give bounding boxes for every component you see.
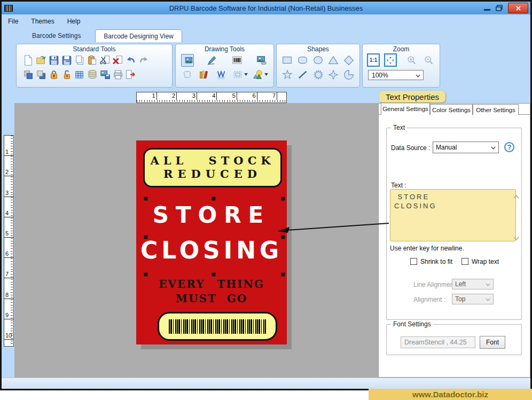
line-alignment-select: Left — [452, 279, 494, 289]
image-object-tool-icon[interactable] — [256, 54, 268, 66]
save-as-icon[interactable] — [61, 54, 73, 66]
bring-to-front-icon[interactable] — [22, 69, 34, 81]
design-subline-mustgo[interactable]: MUST GO — [136, 292, 287, 305]
selection-handle-top-middle[interactable] — [212, 197, 216, 201]
selection-handle-bottom-right[interactable] — [281, 273, 285, 277]
freeform-tool-icon[interactable] — [182, 69, 193, 81]
fit-to-window-icon[interactable] — [384, 53, 397, 67]
selection-handle-bottom-middle[interactable] — [212, 273, 216, 277]
library-tool-icon[interactable] — [198, 69, 210, 81]
panel-tab-other-settings[interactable]: Other Settings — [473, 104, 519, 115]
shapes-label: Shapes — [277, 45, 359, 53]
frame-tool-icon[interactable] — [232, 69, 244, 81]
zoom-out-icon[interactable] — [423, 54, 435, 66]
four-point-star-shape-icon[interactable] — [327, 69, 339, 81]
undo-icon[interactable] — [125, 54, 137, 66]
rounded-rectangle-shape-icon[interactable] — [297, 54, 309, 66]
top-sign-line2: REDUCED — [145, 167, 280, 181]
copy-icon[interactable] — [74, 54, 85, 66]
design-top-sign[interactable]: ALL STOCK REDUCED — [143, 148, 282, 187]
selection-handle-bottom-left[interactable] — [144, 273, 148, 277]
burst-shape-icon[interactable] — [312, 69, 324, 81]
send-to-back-icon[interactable] — [35, 69, 47, 81]
frame-tool-caret-icon[interactable] — [244, 73, 248, 76]
selection-handle-middle-left[interactable] — [144, 236, 148, 239]
horizontal-ruler: 1 2 3 4 5 6 7 — [136, 92, 287, 103]
design-headline-store[interactable]: STORE — [136, 202, 287, 228]
pie-shape-icon[interactable] — [343, 69, 355, 81]
panel-tab-color-settings[interactable]: Color Settings — [430, 104, 473, 115]
barcode-tool-icon[interactable] — [231, 54, 243, 66]
font-button[interactable]: Font — [480, 336, 505, 349]
scroll-up-icon[interactable] — [513, 191, 519, 201]
picture-tool-icon[interactable] — [184, 54, 193, 66]
drawing-tools-label: Drawing Tools — [176, 45, 273, 53]
horizontal-ruler-ticks — [137, 100, 286, 102]
menu-file[interactable]: File — [2, 15, 25, 27]
ellipse-shape-icon[interactable] — [312, 54, 324, 66]
design-headline-closing[interactable]: CLOSING — [136, 237, 287, 264]
shape-picker-caret-icon[interactable] — [264, 73, 268, 76]
exit-icon[interactable] — [125, 69, 137, 81]
triangle-shape-icon[interactable] — [327, 54, 339, 66]
database-icon[interactable] — [87, 69, 98, 81]
titlebar[interactable]: DRPU Barcode Software for Industrial (No… — [2, 2, 530, 14]
open-folder-icon[interactable] — [35, 54, 47, 66]
rectangle-shape-icon[interactable] — [281, 54, 293, 66]
menu-themes[interactable]: Themes — [25, 15, 60, 27]
window-title: DRPU Barcode Software for Industrial (No… — [2, 4, 530, 12]
data-source-select[interactable]: Manual — [433, 142, 499, 153]
watermark-tool-icon[interactable] — [215, 69, 227, 81]
shrink-to-fit-checkbox[interactable]: Shrink to fit — [410, 258, 452, 265]
checkbox-icon[interactable] — [461, 258, 468, 265]
zoom-level-dropdown[interactable]: 100% — [368, 70, 424, 80]
lock-icon[interactable] — [48, 69, 60, 81]
scroll-down-icon[interactable] — [513, 233, 519, 242]
unlock-icon[interactable] — [61, 69, 73, 81]
save-icon[interactable] — [48, 54, 60, 66]
shapes-group: Shapes — [276, 44, 360, 88]
checkbox-icon[interactable] — [410, 258, 417, 265]
grid-icon[interactable] — [74, 69, 85, 81]
actual-size-icon[interactable]: 1:1 — [367, 53, 380, 67]
line-shape-icon[interactable] — [297, 69, 309, 81]
text-input[interactable]: STORE CLOSING — [390, 189, 516, 241]
design-barcode-sign[interactable] — [158, 312, 277, 341]
selection-handle-middle-right[interactable] — [281, 236, 285, 239]
design-subline-everything[interactable]: EVERY THING — [136, 278, 287, 291]
wrap-text-checkbox[interactable]: Wrap text — [461, 258, 499, 265]
barcode-image — [169, 319, 266, 334]
print-icon[interactable] — [112, 69, 124, 81]
line-alignment-value: Left — [455, 280, 466, 288]
font-settings-legend: Font Settings — [391, 320, 433, 328]
paste-icon[interactable] — [87, 54, 98, 66]
star-shape-icon[interactable] — [281, 69, 293, 81]
shape-picker-tool-icon[interactable] — [252, 69, 264, 81]
pencil-tool-icon[interactable] — [206, 54, 218, 66]
newline-hint: Use enter key for newline. — [390, 245, 464, 252]
cut-icon[interactable] — [99, 54, 111, 66]
tab-barcode-settings[interactable]: Barcode Settings — [28, 31, 85, 41]
zoom-in-icon[interactable] — [406, 54, 418, 66]
maximize-button[interactable] — [496, 5, 503, 11]
delete-icon[interactable] — [112, 54, 124, 66]
menu-help[interactable]: Help — [61, 15, 87, 27]
new-file-icon[interactable] — [22, 54, 34, 66]
wrap-text-label: Wrap text — [472, 258, 499, 265]
alignment-label: Alignment : — [413, 296, 445, 303]
selection-handle-top-right[interactable] — [281, 197, 285, 201]
line-alignment-label: Line Alignment — [413, 281, 456, 288]
selection-handle-top-left[interactable] — [144, 197, 148, 201]
tab-barcode-designing-view[interactable]: Barcode Designing View — [95, 29, 182, 42]
close-button[interactable] — [508, 3, 528, 13]
diamond-shape-icon[interactable] — [343, 54, 355, 66]
alignment-select: Top — [452, 294, 494, 304]
font-settings-group: Font Settings DreamStencil , 44.25 Font — [386, 324, 522, 355]
save-image-icon[interactable] — [99, 69, 111, 81]
minimize-button[interactable] — [484, 9, 490, 11]
redo-icon[interactable] — [138, 54, 150, 66]
panel-tab-general-settings[interactable]: General Settings — [381, 103, 430, 115]
standard-tools-group: Standard Tools — [16, 44, 173, 88]
help-icon[interactable]: ? — [504, 142, 514, 152]
alignment-value: Top — [455, 295, 465, 303]
